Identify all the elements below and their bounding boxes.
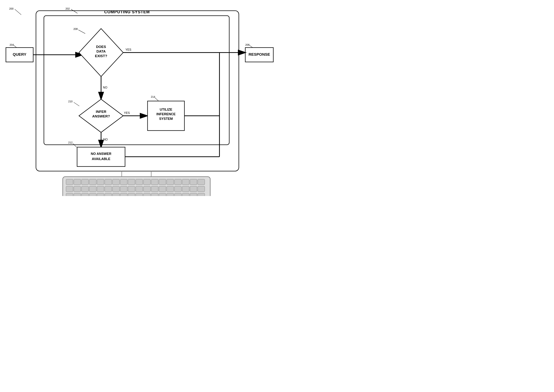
svg-marker-11 (79, 28, 123, 77)
svg-rect-74 (128, 193, 135, 196)
svg-rect-59 (151, 186, 158, 192)
svg-line-9 (250, 45, 253, 48)
svg-rect-43 (167, 179, 174, 185)
svg-rect-73 (120, 193, 127, 196)
svg-rect-75 (136, 193, 143, 196)
svg-rect-76 (143, 193, 150, 196)
svg-rect-83 (198, 193, 205, 196)
ref-214: 214 (151, 95, 155, 98)
svg-rect-78 (159, 193, 166, 196)
utilize-text-2: INFERENCE (156, 112, 175, 116)
svg-rect-65 (198, 186, 205, 192)
svg-line-12 (78, 30, 85, 34)
svg-rect-55 (120, 186, 127, 192)
svg-rect-56 (128, 186, 135, 192)
ref-204: 204 (10, 43, 14, 46)
svg-rect-53 (105, 186, 112, 192)
svg-rect-69 (89, 193, 96, 196)
svg-rect-68 (82, 193, 89, 196)
svg-line-5 (71, 9, 77, 13)
svg-rect-54 (112, 186, 119, 192)
svg-rect-31 (74, 179, 81, 185)
svg-line-7 (14, 45, 17, 48)
diagram-container: COMPUTING SYSTEM 200 202 QUERY 204 RESPO… (0, 0, 277, 196)
utilize-text-1: UTILIZE (160, 108, 172, 111)
svg-rect-39 (136, 179, 143, 185)
no-answer-text-1: NO ANSWER (91, 152, 111, 156)
svg-line-19 (155, 98, 159, 101)
svg-rect-64 (190, 186, 197, 192)
ref-212: 212 (68, 141, 73, 144)
svg-marker-15 (79, 99, 123, 132)
svg-rect-67 (74, 193, 81, 196)
svg-rect-72 (112, 193, 119, 196)
svg-rect-52 (97, 186, 104, 192)
svg-rect-57 (136, 186, 143, 192)
svg-rect-82 (190, 193, 197, 196)
svg-rect-49 (74, 186, 81, 192)
svg-rect-40 (143, 179, 150, 185)
svg-rect-70 (97, 193, 104, 196)
infer-text-1: INFER (96, 110, 106, 114)
no-label-1: NO (103, 86, 107, 89)
ref-206: 206 (245, 43, 250, 46)
svg-rect-41 (151, 179, 158, 185)
computing-system-title: COMPUTING SYSTEM (104, 10, 150, 14)
query-text: QUERY (13, 52, 26, 56)
svg-rect-24 (77, 147, 125, 167)
svg-rect-44 (175, 179, 182, 185)
no-label-2: NO (103, 138, 108, 141)
infer-text-2: ANSWER? (92, 114, 110, 118)
svg-rect-71 (105, 193, 112, 196)
svg-rect-58 (143, 186, 150, 192)
svg-rect-30 (66, 179, 73, 185)
svg-rect-46 (190, 179, 197, 185)
ref-210: 210 (68, 100, 73, 103)
svg-rect-77 (151, 193, 158, 196)
svg-rect-8 (245, 48, 273, 62)
svg-rect-51 (89, 186, 96, 192)
svg-line-4 (15, 9, 21, 15)
svg-rect-47 (198, 179, 205, 185)
svg-rect-2 (36, 11, 239, 171)
svg-rect-29 (63, 177, 210, 196)
no-answer-text-2: AVAILABLE (92, 157, 110, 161)
svg-rect-48 (66, 186, 73, 192)
svg-rect-61 (167, 186, 174, 192)
svg-rect-81 (182, 193, 189, 196)
response-text: RESPONSE (249, 52, 270, 56)
does-data-text-3: EXIST? (95, 54, 107, 58)
svg-rect-35 (105, 179, 112, 185)
svg-rect-34 (97, 179, 104, 185)
svg-rect-36 (112, 179, 119, 185)
svg-rect-18 (147, 101, 184, 131)
utilize-text-3: SYSTEM (159, 117, 173, 121)
svg-rect-60 (159, 186, 166, 192)
svg-rect-3 (44, 16, 229, 145)
svg-rect-63 (182, 186, 189, 192)
yes-label-1: YES (126, 48, 131, 51)
svg-rect-38 (128, 179, 135, 185)
svg-rect-33 (89, 179, 96, 185)
svg-rect-79 (167, 193, 174, 196)
ref-200: 200 (9, 7, 14, 10)
svg-rect-37 (120, 179, 127, 185)
does-data-text-1: DOES (96, 45, 106, 49)
svg-rect-6 (6, 48, 33, 62)
ref-208: 208 (73, 28, 78, 30)
svg-line-23 (73, 143, 77, 147)
svg-rect-45 (182, 179, 189, 185)
svg-rect-42 (159, 179, 166, 185)
svg-rect-62 (175, 186, 182, 192)
yes-label-2: YES (124, 111, 130, 114)
svg-rect-50 (82, 186, 89, 192)
does-data-text-2: DATA (97, 49, 106, 53)
svg-rect-32 (82, 179, 89, 185)
svg-rect-66 (66, 193, 73, 196)
svg-rect-80 (175, 193, 182, 196)
flowchart-svg: COMPUTING SYSTEM 200 202 QUERY 204 RESPO… (0, 0, 277, 196)
ref-202: 202 (65, 7, 70, 10)
svg-line-16 (74, 102, 79, 106)
